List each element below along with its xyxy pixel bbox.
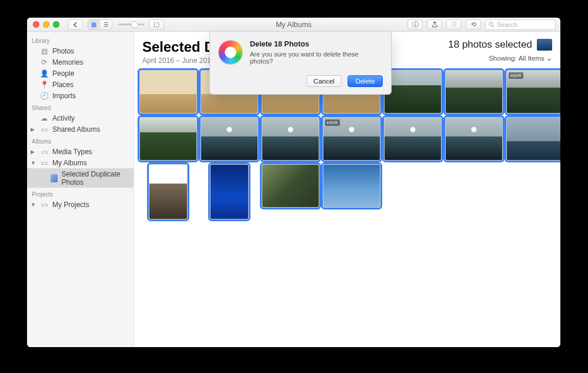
photo-thumbnail[interactable]: HDR — [323, 118, 380, 160]
showing-value: All Items — [519, 55, 544, 62]
photo-thumbnail[interactable] — [262, 165, 319, 219]
photo-image — [140, 118, 196, 160]
delete-button[interactable]: Delete — [348, 75, 383, 87]
showing-filter[interactable]: Showing: All Items ⌄ — [448, 54, 552, 62]
sidebar-item-label: Photos — [52, 47, 74, 55]
folder-icon: ▭ — [40, 159, 48, 167]
photo-image — [201, 118, 258, 160]
sidebar-item-photos[interactable]: ▤ Photos — [27, 45, 133, 56]
photo-thumbnail[interactable] — [385, 118, 441, 160]
sidebar-item-activity[interactable]: ☁ Activity — [27, 112, 133, 124]
sidebar-item-places[interactable]: 📍 Places — [27, 79, 133, 90]
search-placeholder: Search — [497, 21, 517, 28]
zoom-window-button[interactable] — [53, 21, 59, 28]
share-button[interactable] — [427, 19, 442, 30]
share-icon — [432, 21, 438, 28]
list-view-icon[interactable]: ☰ — [100, 20, 112, 29]
slideshow-button[interactable]: ▢ — [149, 19, 164, 30]
sidebar-item-my-albums[interactable]: ▼ ▭ My Albums — [27, 157, 133, 168]
window-controls — [27, 21, 59, 28]
disclosure-triangle-icon[interactable]: ▼ — [31, 160, 36, 166]
sidebar-item-my-projects[interactable]: ▼ ▭ My Projects — [27, 199, 133, 210]
photo-thumbnail[interactable] — [262, 118, 319, 160]
sidebar-item-label: Memories — [52, 58, 83, 66]
sidebar-item-label: Places — [52, 81, 74, 89]
sidebar-item-label: Shared Albums — [52, 125, 100, 134]
sidebar-item-memories[interactable]: ⟳ Memories — [27, 56, 133, 68]
info-button[interactable]: ⓘ — [407, 19, 423, 30]
sidebar-item-shared-albums[interactable]: ▶ ▭ Shared Albums — [27, 124, 133, 135]
favorite-button[interactable]: ♡ — [446, 19, 462, 30]
disclosure-triangle-icon[interactable]: ▶ — [31, 149, 35, 155]
photo-thumbnail[interactable] — [446, 118, 502, 160]
sidebar-header-projects: Projects — [27, 188, 133, 199]
album-thumb-icon — [51, 174, 58, 182]
info-icon: ⓘ — [412, 20, 419, 29]
photo-image — [262, 118, 319, 160]
chevron-down-icon: ⌄ — [546, 55, 552, 62]
photos-icon: ▤ — [40, 47, 48, 55]
sidebar-item-label: Selected Duplicate Photos — [62, 170, 130, 186]
selection-count: 18 photos selected — [448, 39, 552, 51]
photo-thumbnail[interactable] — [201, 165, 258, 219]
photo-image — [262, 165, 319, 207]
selection-count-label: 18 photos selected — [448, 39, 532, 51]
memories-icon: ⟳ — [40, 58, 48, 66]
sidebar-item-label: Activity — [52, 114, 75, 122]
photo-thumbnail[interactable]: HDR — [507, 71, 560, 113]
sidebar-header-library: Library — [27, 34, 133, 45]
dialog-title: Delete 18 Photos — [250, 40, 383, 48]
minimize-window-button[interactable] — [43, 21, 49, 28]
photo-thumbnail[interactable] — [323, 165, 380, 219]
grid-view-icon[interactable]: ▦ — [88, 20, 100, 29]
imports-clock-icon: 🕘 — [40, 92, 48, 100]
cancel-button-label: Cancel — [313, 78, 335, 85]
photo-thumbnail[interactable] — [140, 165, 196, 219]
thumbnail-size-slider[interactable] — [118, 24, 144, 25]
svg-point-0 — [489, 22, 493, 26]
search-icon — [489, 22, 495, 28]
sidebar-item-people[interactable]: 👤 People — [27, 68, 133, 79]
sidebar-item-selected-duplicate-photos[interactable]: Selected Duplicate Photos — [27, 168, 133, 188]
cancel-button[interactable]: Cancel — [306, 75, 342, 87]
photo-grid-scroll[interactable]: HDRHDR — [134, 67, 560, 347]
photo-thumbnail[interactable] — [385, 71, 441, 113]
close-window-button[interactable] — [33, 21, 39, 28]
sidebar: Library ▤ Photos ⟳ Memories 👤 People 📍 P… — [27, 32, 134, 347]
delete-button-label: Delete — [355, 78, 375, 85]
disclosure-triangle-icon[interactable]: ▶ — [31, 126, 35, 132]
sidebar-item-label: Media Types — [52, 148, 92, 156]
sidebar-item-label: Imports — [52, 92, 76, 100]
sidebar-item-label: My Projects — [52, 201, 89, 209]
photo-image — [446, 71, 502, 113]
sidebar-header-albums: Albums — [27, 135, 133, 146]
photo-thumbnail[interactable] — [140, 71, 196, 113]
sidebar-header-shared: Shared — [27, 101, 133, 112]
search-field[interactable]: Search — [485, 19, 556, 30]
folder-icon: ▭ — [40, 201, 48, 209]
photo-thumbnail[interactable] — [201, 118, 258, 160]
view-mode-segmented[interactable]: ▦ ☰ — [88, 19, 112, 30]
play-rect-icon: ▢ — [153, 21, 159, 28]
dialog-message: Are you sure you want to delete these ph… — [250, 51, 383, 65]
heart-icon: ♡ — [451, 21, 457, 28]
cloud-icon: ☁ — [40, 114, 48, 122]
back-button[interactable] — [68, 19, 83, 30]
app-window: ▦ ☰ ▢ My Albums ⓘ ♡ ⟲ Search — [27, 18, 560, 347]
hdr-badge: HDR — [509, 72, 523, 79]
delete-confirmation-dialog: Delete 18 Photos Are you sure you want t… — [209, 32, 392, 95]
sidebar-item-imports[interactable]: 🕘 Imports — [27, 90, 133, 101]
toolbar-right: ⓘ ♡ ⟲ Search — [407, 19, 560, 30]
photo-thumbnail[interactable] — [446, 71, 502, 113]
photo-thumbnail[interactable] — [140, 118, 196, 160]
photos-app-icon — [218, 40, 243, 65]
photo-image — [149, 165, 187, 219]
rotate-button[interactable]: ⟲ — [466, 19, 481, 30]
photo-image — [385, 118, 441, 160]
disclosure-triangle-icon[interactable]: ▼ — [31, 202, 36, 208]
photo-thumbnail[interactable] — [507, 118, 560, 160]
sidebar-item-media-types[interactable]: ▶ ▭ Media Types — [27, 146, 133, 157]
photo-image — [140, 71, 196, 113]
photo-image — [507, 118, 560, 160]
folder-icon: ▭ — [40, 125, 48, 134]
